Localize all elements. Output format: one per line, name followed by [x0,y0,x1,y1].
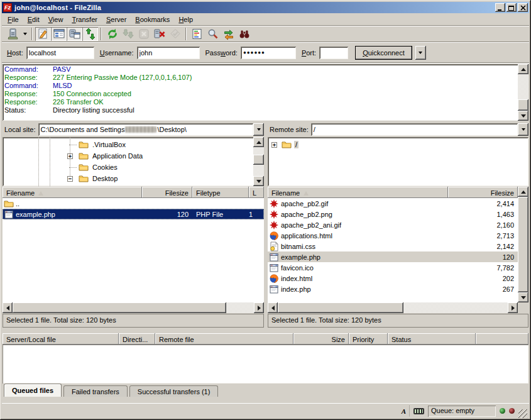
menu-help[interactable]: Help [174,14,197,25]
scroll-up-button[interactable] [518,64,528,74]
scroll-down-button[interactable] [253,176,264,186]
process-queue-button[interactable] [120,27,136,41]
refresh-button[interactable] [104,27,120,41]
column-header-filetype[interactable]: Filetype [192,187,249,198]
remote-path-field[interactable]: / [311,123,518,136]
column-header-priority[interactable]: Priority [349,333,388,345]
port-input[interactable] [319,47,348,59]
scrollbar-thumb[interactable] [253,155,264,165]
column-header-size[interactable]: Size [293,333,349,345]
filezilla-app-icon[interactable]: Fz [3,3,12,12]
tree-expander-plus[interactable]: + [271,142,277,148]
scroll-down-button[interactable] [518,292,528,302]
menu-view[interactable]: View [44,14,68,25]
scrollbar-track[interactable] [13,302,254,313]
column-header-filesize[interactable]: Filesize [142,187,192,198]
username-input[interactable] [137,47,200,59]
file-row[interactable]: index.html 202 [268,273,518,284]
host-input[interactable] [26,47,94,59]
maximize-button[interactable] [506,3,517,12]
remote-list-hscrollbar[interactable] [268,302,518,313]
local-list-hscrollbar[interactable] [3,302,264,313]
compare-directories-button[interactable] [205,27,221,41]
local-list-body[interactable]: .. example.php 120 PHP File 1 [3,198,264,302]
menu-edit[interactable]: Edit [23,14,44,25]
scrollbar-thumb[interactable] [278,302,403,313]
remote-site-combo[interactable]: / [311,123,528,136]
tree-expander-minus[interactable]: − [67,176,73,182]
column-header-last-modified[interactable]: L [249,187,264,198]
scroll-right-button[interactable] [254,302,264,313]
synchronized-browsing-button[interactable] [221,27,236,41]
file-row-example-php[interactable]: example.php 120 [268,251,518,262]
tab-successful-transfers[interactable]: Successful transfers (1) [129,385,219,397]
column-header-direction[interactable]: Directi... [119,333,155,345]
file-row[interactable]: bitnami.css 2,142 [268,241,518,251]
directory-listing-filters-button[interactable] [189,27,205,41]
scroll-up-button[interactable] [253,137,264,147]
scroll-left-button[interactable] [268,302,278,313]
menu-server[interactable]: Server [102,14,131,25]
tree-item-virtualbox[interactable]: .VirtualBox [3,139,253,150]
remote-path-dropdown-button[interactable] [518,123,528,136]
toggle-message-log-button[interactable] [35,27,51,41]
quickconnect-button[interactable]: Quickconnect [355,46,412,60]
scrollbar-track[interactable] [253,147,264,176]
scroll-down-button[interactable] [518,111,528,121]
close-button[interactable] [518,3,528,12]
password-input[interactable] [241,47,296,59]
site-manager-button[interactable] [5,27,21,41]
tree-item-desktop[interactable]: − Desktop [3,173,253,184]
tree-item-cookies[interactable]: Cookies [3,162,253,173]
tree-expander-plus[interactable]: + [67,153,73,159]
remote-list-body[interactable]: apache_pb2.gif 2,414 apache_pb2.png 1,46… [268,198,518,302]
file-row-example-php[interactable]: example.php 120 PHP File 1 [3,209,264,219]
file-row-parent-dir[interactable]: .. [3,198,264,209]
tab-queued-files[interactable]: Queued files [4,384,62,397]
tree-item-application-data[interactable]: + Application Data [3,150,253,162]
scrollbar-thumb[interactable] [518,197,528,292]
file-row[interactable]: favicon.ico 7,782 [268,262,518,273]
scrollbar-thumb[interactable] [13,302,226,313]
resize-grip[interactable] [518,409,527,418]
column-header-filesize[interactable]: Filesize [448,187,518,198]
log-scrollbar[interactable] [518,64,528,121]
column-header-filename[interactable]: Filename [3,187,142,198]
column-header-filename[interactable]: Filename [268,187,448,198]
local-tree-scrollbar[interactable] [253,137,264,186]
local-path-field[interactable]: C:\Documents and Settings\Desktop\ [38,123,253,136]
toggle-transfer-queue-button[interactable] [82,27,98,41]
local-path-dropdown-button[interactable] [253,123,264,136]
disconnect-button[interactable] [151,27,167,41]
scrollbar-thumb[interactable] [518,99,528,111]
local-site-combo[interactable]: C:\Documents and Settings\Desktop\ [38,123,264,136]
scrollbar-track[interactable] [518,197,528,292]
tree-item-root[interactable]: + / [268,139,528,150]
menu-file[interactable]: File [3,14,23,25]
scroll-left-button[interactable] [3,302,13,313]
quickconnect-dropdown-button[interactable] [415,46,426,60]
file-row[interactable]: apache_pb2.png 1,463 [268,209,518,219]
remote-list-vscrollbar[interactable] [518,187,528,302]
toggle-local-tree-button[interactable] [51,27,67,41]
file-row[interactable]: applications.html 2,713 [268,230,518,241]
queue-splitter[interactable] [2,328,529,333]
column-header-server-local-file[interactable]: Server/Local file [3,333,119,345]
file-row[interactable]: apache_pb2_ani.gif 2,160 [268,219,518,230]
queue-body[interactable] [3,345,528,384]
toggle-remote-tree-button[interactable] [67,27,82,41]
scrollbar-track[interactable] [518,74,528,111]
menu-bookmarks[interactable]: Bookmarks [131,14,174,25]
site-manager-dropdown-button[interactable] [21,27,29,41]
column-header-remote-file[interactable]: Remote file [155,333,293,345]
find-files-button[interactable] [236,27,252,41]
column-header-status[interactable]: Status [388,333,476,345]
cancel-operation-button[interactable] [136,27,151,41]
scrollbar-track[interactable] [278,302,508,313]
reconnect-button[interactable] [167,27,183,41]
minimize-button[interactable] [495,3,505,12]
file-row[interactable]: apache_pb2.gif 2,414 [268,198,518,209]
tab-failed-transfers[interactable]: Failed transfers [63,385,128,397]
menu-transfer[interactable]: Transfer [67,14,102,25]
file-row[interactable]: index.php 267 [268,284,518,294]
